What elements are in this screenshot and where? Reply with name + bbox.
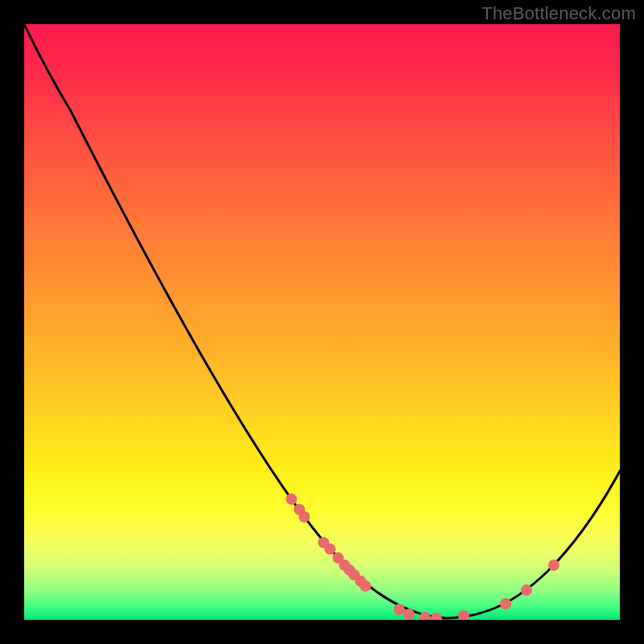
data-dot xyxy=(324,543,336,555)
data-dot xyxy=(360,580,371,592)
dots-group xyxy=(286,493,559,620)
chart-frame: TheBottleneck.com xyxy=(0,0,644,644)
data-dot xyxy=(431,613,442,620)
bottleneck-curve xyxy=(24,24,620,618)
data-dot xyxy=(458,610,469,620)
data-dot xyxy=(299,511,310,522)
data-dot xyxy=(394,604,405,615)
curve-layer xyxy=(24,24,620,620)
data-dot xyxy=(521,584,532,596)
watermark-text: TheBottleneck.com xyxy=(481,3,636,24)
data-dot xyxy=(403,609,415,620)
plot-area xyxy=(24,24,620,620)
data-dot xyxy=(548,559,559,571)
data-dot xyxy=(286,493,297,505)
data-dot xyxy=(500,598,511,609)
